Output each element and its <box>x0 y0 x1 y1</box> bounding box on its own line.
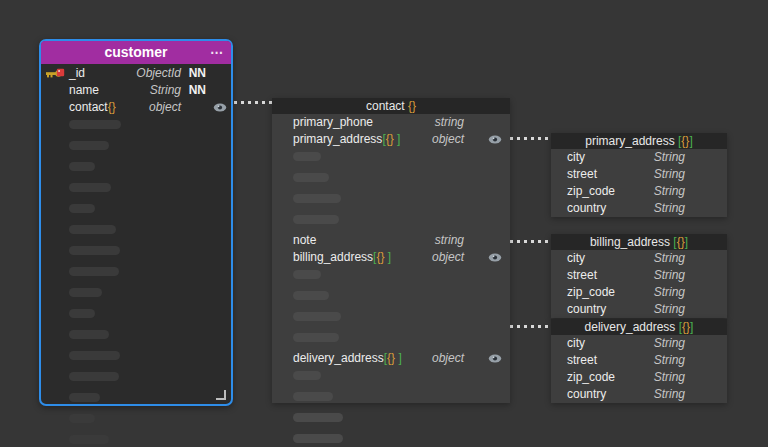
field-row-city[interactable]: cityString <box>551 335 727 352</box>
connector-contact-billing-address <box>503 240 551 243</box>
collapsed-field-row <box>272 312 510 329</box>
field-placeholder-bar <box>293 152 321 161</box>
type-decor: [{} ] <box>373 250 391 264</box>
connector-contact-delivery-address <box>503 325 551 328</box>
field-row-street[interactable]: streetString <box>551 352 727 369</box>
type-decor: [{}] <box>675 320 693 334</box>
field-name: delivery_address <box>293 351 384 365</box>
field-placeholder-bar <box>69 435 109 444</box>
panel-contact[interactable]: contact {} primary_phonestringprimary_ad… <box>272 98 510 403</box>
field-name-wrap: delivery_address[{} ] <box>293 350 402 367</box>
field-name: country <box>567 302 606 316</box>
collapsed-field-row <box>41 141 231 158</box>
panel-billing_address-header[interactable]: billing_address [{}] <box>551 234 727 250</box>
field-placeholder-bar <box>293 194 341 203</box>
field-name: city <box>567 336 585 350</box>
field-row-_id[interactable]: _idObjectIdNN <box>41 65 231 82</box>
field-row-zip_code[interactable]: zip_codeString <box>551 183 727 200</box>
field-type: String <box>150 82 181 99</box>
field-name: primary_phone <box>293 115 373 129</box>
brace-glyph: } <box>412 99 416 113</box>
field-row-name[interactable]: nameStringNN <box>41 82 231 99</box>
collapsed-field-row <box>272 194 510 211</box>
panel-billing_address[interactable]: billing_address [{}]cityStringstreetStri… <box>551 234 727 318</box>
field-name: street <box>567 353 597 367</box>
eye-icon[interactable] <box>488 353 502 364</box>
field-placeholder-bar <box>69 204 95 213</box>
field-name: country <box>567 201 606 215</box>
panel-primary_address-header[interactable]: primary_address [{}] <box>551 133 727 149</box>
field-placeholder-bar <box>293 413 343 422</box>
not-null-badge: NN <box>189 82 206 99</box>
field-name: country <box>567 387 606 401</box>
field-name: zip_code <box>567 184 615 198</box>
field-row-country[interactable]: countryString <box>551 301 727 318</box>
field-placeholder-bar <box>69 225 116 234</box>
field-row-note[interactable]: notestring <box>272 232 510 249</box>
collapsed-field-row <box>272 413 510 430</box>
field-row-billing_address[interactable]: billing_address[{} ]object <box>272 249 510 266</box>
field-placeholder-bar <box>293 173 329 182</box>
field-type: String <box>654 301 685 318</box>
field-row-contact[interactable]: contact{}object <box>41 99 231 116</box>
panel-contact-title: contact <box>366 99 405 113</box>
field-row-primary_address[interactable]: primary_address[{} ]object <box>272 131 510 148</box>
field-name-wrap: primary_phone <box>293 114 373 131</box>
collapsed-field-row <box>41 204 231 221</box>
panel-delivery_address[interactable]: delivery_address [{}]cityStringstreetStr… <box>551 319 727 403</box>
bracket-glyph: ] <box>398 351 401 365</box>
panel-billing_address-title: billing_address <box>590 235 670 249</box>
collapsed-field-row <box>41 330 231 347</box>
collapsed-field-row <box>41 435 231 447</box>
panel-primary_address[interactable]: primary_address [{}]cityStringstreetStri… <box>551 133 727 217</box>
field-name: city <box>567 150 585 164</box>
field-placeholder-bar <box>69 330 109 339</box>
field-row-primary_phone[interactable]: primary_phonestring <box>272 114 510 131</box>
field-row-city[interactable]: cityString <box>551 250 727 267</box>
field-name-wrap: zip_code <box>567 284 615 301</box>
field-row-street[interactable]: streetString <box>551 267 727 284</box>
field-placeholder-bar <box>69 372 119 381</box>
field-name-wrap: _id <box>69 65 85 82</box>
eye-icon[interactable] <box>488 252 502 263</box>
field-placeholder-bar <box>293 312 341 321</box>
field-row-country[interactable]: countryString <box>551 386 727 403</box>
field-row-zip_code[interactable]: zip_codeString <box>551 369 727 386</box>
field-placeholder-bar <box>293 392 333 401</box>
field-name: street <box>567 268 597 282</box>
entity-customer-header[interactable]: customer ⋯ <box>41 41 231 64</box>
brace-glyph: } <box>391 351 395 365</box>
field-placeholder-bar <box>293 333 339 342</box>
panel-delivery_address-header[interactable]: delivery_address [{}] <box>551 319 727 335</box>
eye-icon[interactable] <box>488 134 502 145</box>
field-row-delivery_address[interactable]: delivery_address[{} ]object <box>272 350 510 367</box>
connector-customer-contact <box>234 101 272 104</box>
type-decor: [{} ] <box>382 132 400 146</box>
panel-contact-header[interactable]: contact {} <box>272 98 510 114</box>
field-row-zip_code[interactable]: zip_codeString <box>551 284 727 301</box>
eye-icon[interactable] <box>213 102 227 113</box>
entity-customer[interactable]: customer ⋯ _idObjectIdNNnameStringNNcont… <box>39 39 233 406</box>
field-name-wrap: city <box>567 250 585 267</box>
menu-dots-icon[interactable]: ⋯ <box>210 41 224 64</box>
field-row-country[interactable]: countryString <box>551 200 727 217</box>
resize-handle-icon[interactable] <box>216 390 226 400</box>
field-row-city[interactable]: cityString <box>551 149 727 166</box>
field-placeholder-bar <box>69 351 120 360</box>
brace-glyph: } <box>112 100 116 114</box>
field-name: note <box>293 233 316 247</box>
field-name: primary_address <box>293 132 382 146</box>
entity-customer-title: customer <box>104 44 167 60</box>
collapsed-field-row <box>41 183 231 200</box>
field-row-street[interactable]: streetString <box>551 166 727 183</box>
field-name-wrap: contact{} <box>69 99 116 116</box>
field-type: ObjectId <box>136 65 181 82</box>
field-name: name <box>69 83 99 97</box>
field-type: String <box>654 200 685 217</box>
field-type: string <box>435 232 464 249</box>
bracket-glyph: ] <box>689 134 692 148</box>
primary-key-icon <box>46 68 65 79</box>
diagram-canvas[interactable]: customer ⋯ _idObjectIdNNnameStringNNcont… <box>0 0 768 447</box>
collapsed-field-row <box>41 120 231 137</box>
type-decor: {} <box>408 99 416 113</box>
